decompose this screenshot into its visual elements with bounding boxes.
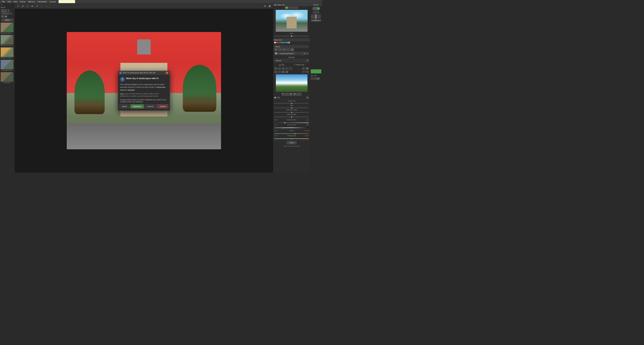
- low-contrast-slider[interactable]: [274, 127, 309, 128]
- normal-dropdown[interactable]: Normal: [274, 59, 309, 62]
- image-view-header[interactable]: ▣ Image view: [273, 3, 310, 6]
- edit-btn-9[interactable]: ⬛: [278, 70, 281, 73]
- edit-btn-4[interactable]: +: [285, 67, 289, 70]
- export-slider-5[interactable]: [311, 18, 321, 18]
- tool-brush[interactable]: 🖌: [21, 4, 25, 8]
- mask-settings-icon[interactable]: ⚙: [306, 53, 308, 54]
- thumbnail-arch-micro[interactable]: Architecture Micro-de: [1, 23, 14, 34]
- sky-button[interactable]: ☁ Sky: [278, 63, 285, 66]
- color-dot-teal[interactable]: [286, 42, 288, 43]
- import-button[interactable]: Import: [2, 18, 13, 21]
- mask-dropdown[interactable]: ▼: [302, 52, 306, 55]
- tool-undo[interactable]: ↺: [35, 4, 39, 8]
- view-small-btn-3[interactable]: [292, 6, 295, 9]
- mask-tool-2[interactable]: ◻: [278, 48, 282, 51]
- thumbnail-arch-800[interactable]: Architecture: [1, 72, 14, 84]
- mask-checkbox-1[interactable]: [275, 52, 277, 54]
- colour-center-label: Colour: [280, 130, 304, 132]
- edit-btn-3[interactable]: ◈: [282, 67, 285, 70]
- temperature-slider[interactable]: [274, 138, 309, 139]
- export-bottom-btn-2[interactable]: [314, 77, 316, 80]
- masks-header[interactable]: Masks: [274, 45, 309, 48]
- dialog-btn-intense[interactable]: Intense: [144, 104, 156, 108]
- zoom-property-slider[interactable]: [274, 108, 309, 108]
- thumbnail-arch-cool[interactable]: Architecture Cool: [1, 60, 14, 71]
- edit-btn-6[interactable]: ⬆: [302, 67, 305, 70]
- edit-btn-10[interactable]: ▦: [282, 70, 285, 73]
- color-dot-red2[interactable]: [278, 42, 280, 43]
- sky-thumb-btn-5[interactable]: ↗: [298, 93, 302, 96]
- menu-file[interactable]: File: [1, 0, 6, 3]
- grid-btn-2[interactable]: ▣: [4, 15, 8, 17]
- color-dot-blue[interactable]: [282, 42, 284, 43]
- edit-btn-2[interactable]: C: [278, 67, 281, 70]
- edit-btn-8[interactable]: ⊞: [274, 70, 278, 73]
- view-toggle-btn-1[interactable]: [285, 6, 288, 9]
- sky-thumb-btn-1[interactable]: ⊞: [282, 93, 286, 96]
- thumbnail-arch-golden[interactable]: Architecture Golden s: [1, 47, 14, 59]
- tool-line[interactable]: ─: [40, 4, 44, 8]
- dark-exposure-slider[interactable]: [274, 122, 309, 123]
- zoom-slider[interactable]: [274, 36, 309, 36]
- tool-eraser[interactable]: ◻: [26, 4, 30, 8]
- edit-btn-7[interactable]: 🐎: [306, 67, 309, 70]
- mask-tool-3[interactable]: ✉: [282, 48, 286, 51]
- close-button[interactable]: Close: [286, 141, 297, 144]
- colour-slider[interactable]: [274, 133, 309, 134]
- colour-slider-row: [273, 132, 310, 135]
- export-toggle[interactable]: [312, 7, 320, 10]
- mask-tool-1[interactable]: ⊞: [274, 48, 278, 51]
- sky-thumb-btn-4[interactable]: ▦: [294, 93, 298, 96]
- menu-edit[interactable]: Edit: [6, 0, 12, 3]
- edit-btn-13[interactable]: ⬆: [306, 70, 309, 73]
- dark-exposure-label: Dark Exposure: [280, 119, 304, 121]
- mask-tool-4[interactable]: ⬛: [286, 48, 290, 51]
- dialog-note-text: If you use this function on other motifs…: [120, 93, 159, 97]
- tool-fill[interactable]: ◈: [30, 4, 34, 8]
- color-dot-selected[interactable]: [288, 42, 290, 43]
- dialog-btn-balanced[interactable]: Balanced: [130, 104, 144, 108]
- export-action-btn[interactable]: [311, 69, 321, 73]
- view-toggle-btn-2[interactable]: [288, 6, 292, 9]
- tool-full-view[interactable]: ▣: [268, 4, 272, 8]
- color-dot-red1[interactable]: [276, 42, 278, 43]
- grid-btn-1[interactable]: ⊞: [1, 15, 4, 17]
- main-image-container: N NEAT #4 professional_Beta.4017b_Win x6…: [15, 9, 273, 173]
- edit-btn-12[interactable]: ↗: [302, 70, 305, 73]
- dialog-close-button[interactable]: ✕: [166, 71, 168, 74]
- sky-thumb-btn-3[interactable]: ▣: [290, 93, 294, 96]
- edit-btn-1[interactable]: ⊞: [274, 67, 278, 70]
- view-small-btn-4[interactable]: [295, 6, 298, 9]
- menu-licence[interactable]: Licence: [48, 0, 57, 3]
- menu-addons[interactable]: Add-ons: [27, 0, 36, 3]
- depth-map-button[interactable]: ⬡ Depth map: [293, 63, 305, 66]
- center-panel: ✏ 🖌 ◻ ◈ ↺ ─ ⋯ ⊞ ▣: [15, 3, 273, 173]
- dialog-btn-cancel[interactable]: Cancel: [157, 104, 168, 108]
- sky-thumb-btn-2[interactable]: ◻: [286, 93, 290, 96]
- mask-view-header[interactable]: Mask view: [273, 38, 310, 41]
- tool-grid-view[interactable]: ⊞: [263, 4, 267, 8]
- image-area: N NEAT #4 professional_Beta.4017b_Win x6…: [15, 9, 273, 173]
- edit-btn-11[interactable]: ▣: [285, 70, 289, 73]
- color-dot-purple[interactable]: [284, 42, 286, 43]
- menu-view[interactable]: View: [12, 0, 19, 3]
- edit-btn-5[interactable]: ↑: [289, 67, 292, 70]
- thumbnail-arch-comp[interactable]: Architecture Compres: [1, 35, 14, 46]
- tool-pencil[interactable]: ✏: [16, 4, 20, 8]
- color-dot-green[interactable]: [280, 42, 282, 43]
- tool-more[interactable]: ⋯: [44, 4, 48, 8]
- color-dot-white[interactable]: [274, 42, 276, 43]
- shift-v-slider[interactable]: [274, 117, 309, 117]
- menu-information[interactable]: Information: [36, 0, 48, 3]
- expand-icon[interactable]: >>: [1, 4, 3, 6]
- shift-h-slider[interactable]: [274, 112, 309, 113]
- dialog-btn-weak[interactable]: Weak: [120, 104, 130, 108]
- export-bottom-btn-3[interactable]: +: [317, 77, 320, 80]
- mask-tool-5[interactable]: ▦: [290, 48, 294, 51]
- export-view-btn-1[interactable]: [313, 11, 316, 13]
- export-view-btn-2[interactable]: [316, 11, 319, 13]
- export-bottom-btn-1[interactable]: [311, 77, 314, 80]
- menu-extras[interactable]: Extras: [19, 0, 27, 3]
- hsl-toggle[interactable]: [306, 96, 309, 98]
- aspect-ratio-slider[interactable]: [274, 103, 309, 104]
